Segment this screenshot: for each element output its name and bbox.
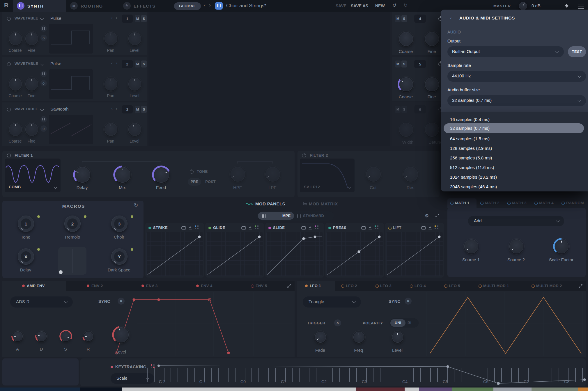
env-s-knob[interactable] xyxy=(61,331,71,341)
filter2-type-value[interactable]: SV LP12 xyxy=(304,185,320,189)
tab-lfo-3[interactable]: LFO 3 xyxy=(371,281,403,291)
filter2-cut-knob[interactable] xyxy=(366,167,381,182)
menu-icon[interactable] xyxy=(578,4,584,9)
press-grid-icon[interactable] xyxy=(375,225,378,229)
tab-random[interactable]: RANDOM xyxy=(559,198,587,208)
filter2-power-icon[interactable] xyxy=(302,154,306,157)
osc5-mute-button[interactable]: M xyxy=(395,61,401,67)
osc3-prev-icon[interactable]: ‹ xyxy=(111,106,113,111)
osc2-power-icon[interactable] xyxy=(7,62,11,66)
back-icon[interactable]: ← xyxy=(449,14,455,21)
osc3-mute-button[interactable]: M xyxy=(135,106,140,113)
strike-curve-editor[interactable] xyxy=(146,232,203,276)
osc2-fine-knob[interactable] xyxy=(25,78,38,90)
osc1-unison-icon[interactable]: ◇ xyxy=(40,35,47,41)
keytracking-curve[interactable] xyxy=(137,361,586,386)
slide-curve-editor[interactable] xyxy=(266,232,323,276)
osc3-unison-icon[interactable]: ◇ xyxy=(40,125,47,132)
xy-pad[interactable] xyxy=(58,247,86,275)
mod-expand-icon[interactable] xyxy=(435,214,439,218)
slide-grid-icon[interactable] xyxy=(315,225,318,229)
osc1-power-icon[interactable] xyxy=(7,17,11,21)
osc3-next-icon[interactable]: › xyxy=(116,106,117,111)
press-curve-editor[interactable] xyxy=(326,232,383,276)
macro-3-knob[interactable]: 3 xyxy=(111,216,127,232)
osc4-mute-button[interactable]: M xyxy=(395,15,401,22)
osc4-coarse-knob[interactable] xyxy=(399,32,413,46)
tab-amp-env[interactable]: AMP ENV xyxy=(2,281,66,291)
math-scalefactor-knob[interactable] xyxy=(555,239,568,253)
lfo-expand-icon[interactable] xyxy=(579,284,583,288)
osc6-detune-knob[interactable] xyxy=(425,123,439,137)
redo-icon[interactable]: ↻ xyxy=(403,2,408,8)
strike-grid-icon[interactable] xyxy=(195,225,199,229)
osc2-name[interactable]: Pulse xyxy=(50,61,61,66)
osc4-solo-button[interactable]: S xyxy=(401,15,407,22)
filter1-type-chevron-icon[interactable] xyxy=(54,185,57,189)
osc1-type[interactable]: WAVETABLE xyxy=(15,16,38,20)
tab-env-4[interactable]: ENV 4 xyxy=(176,281,230,291)
lfo-fade-knob[interactable] xyxy=(315,332,326,343)
preset-prev-icon[interactable]: ‹ xyxy=(204,2,206,8)
tone-power-icon[interactable] xyxy=(190,170,194,174)
osc2-mute-button[interactable]: M xyxy=(135,61,140,67)
glide-grid-icon[interactable] xyxy=(255,225,258,229)
osc3-name[interactable]: Sawtooth xyxy=(50,106,69,111)
osc2-type[interactable]: WAVETABLE xyxy=(15,62,38,66)
osc2-prev-icon[interactable]: ‹ xyxy=(111,61,113,65)
osc2-next-icon[interactable]: › xyxy=(116,61,117,65)
osc3-level-knob[interactable] xyxy=(128,123,141,136)
preset-icon[interactable] xyxy=(215,2,223,10)
lfo-sync-off-button[interactable]: ✕ xyxy=(405,298,412,305)
osc1-next-icon[interactable]: › xyxy=(116,15,117,20)
filter1-power-icon[interactable] xyxy=(7,154,11,157)
osc1-keyboard-icon[interactable] xyxy=(40,25,47,32)
osc4-fine-knob[interactable] xyxy=(425,32,439,46)
env-a-knob[interactable] xyxy=(13,331,23,341)
output-select[interactable]: Built-in Output xyxy=(447,46,564,57)
xy-pad-handle[interactable] xyxy=(59,270,63,274)
polarity-uni-button[interactable]: UNI xyxy=(390,319,405,327)
osc3-power-icon[interactable] xyxy=(7,108,11,111)
osc2-pan-knob[interactable] xyxy=(105,78,117,90)
osc1-fine-knob[interactable] xyxy=(25,32,38,45)
osc2-solo-button[interactable]: S xyxy=(141,61,147,67)
osc2-unison-icon[interactable]: ◇ xyxy=(40,80,47,86)
tab-env-3[interactable]: ENV 3 xyxy=(121,281,175,291)
math-source2-knob[interactable] xyxy=(509,239,523,253)
buffer-size-select[interactable]: 32 samples (0.7 ms) xyxy=(447,95,586,106)
tone-hpf-knob[interactable] xyxy=(231,167,245,182)
lfo-level-knob[interactable] xyxy=(392,332,403,343)
dropdown-option[interactable]: 1024 samples (23.2 ms) xyxy=(450,172,497,182)
filter1-feed-knob[interactable] xyxy=(153,167,169,183)
osc3-type-chevron-icon[interactable] xyxy=(40,107,44,111)
dropdown-option-selected[interactable]: 32 samples (0.7 ms) xyxy=(444,123,584,133)
mod-gear-icon[interactable]: ⚙ xyxy=(425,213,429,218)
osc3-solo-button[interactable]: S xyxy=(141,106,147,113)
filter1-display[interactable]: COMB xyxy=(5,159,61,192)
env-d-knob[interactable] xyxy=(37,331,47,341)
osc2-type-chevron-icon[interactable] xyxy=(40,62,44,66)
dropdown-option[interactable]: 512 samples (11.6 ms) xyxy=(450,163,494,172)
math-source1-knob[interactable] xyxy=(464,239,478,253)
tab-multimod-1[interactable]: MULTI-MOD 1 xyxy=(474,281,523,291)
tone-post-button[interactable]: POST xyxy=(203,178,218,186)
glide-curve-editor[interactable] xyxy=(206,232,263,276)
macro-1-knob[interactable]: 1 xyxy=(18,216,34,232)
slide-import-icon[interactable] xyxy=(308,225,312,230)
save-button[interactable]: SAVE xyxy=(336,3,346,8)
tab-lfo-5[interactable]: LFO 5 xyxy=(440,281,472,291)
osc2-level-knob[interactable] xyxy=(128,78,141,90)
preset-next-icon[interactable]: › xyxy=(209,2,211,8)
osc3-pan-knob[interactable] xyxy=(105,123,117,136)
tab-math-3[interactable]: MATH 3 xyxy=(505,198,532,208)
osc5-solo-button[interactable]: S xyxy=(401,61,407,67)
slide-preset-icon[interactable] xyxy=(301,226,306,230)
strike-import-icon[interactable] xyxy=(188,225,192,230)
lift-import-icon[interactable] xyxy=(428,225,432,230)
filter1-mix-knob[interactable] xyxy=(115,167,130,183)
env-level-knob[interactable] xyxy=(114,327,129,342)
preset-title[interactable]: Choir and Strings* xyxy=(226,3,266,9)
lfo-wave-display[interactable] xyxy=(424,291,587,357)
env-r-knob[interactable] xyxy=(84,332,93,341)
